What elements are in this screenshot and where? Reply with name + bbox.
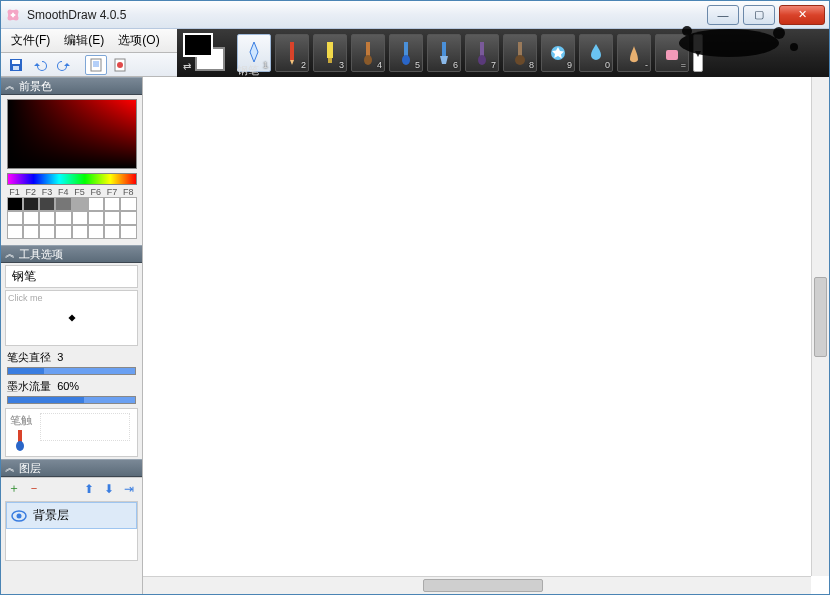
svg-rect-8	[13, 66, 19, 70]
svg-rect-31	[18, 430, 22, 442]
swatch[interactable]	[88, 197, 104, 211]
menu-file[interactable]: 文件(F)	[5, 30, 56, 51]
side-panel: ︽前景色 F1F2F3F4F5F6F7F8	[1, 77, 143, 594]
swatch[interactable]	[120, 211, 136, 225]
swatch[interactable]	[104, 197, 120, 211]
redo-button[interactable]	[53, 55, 75, 75]
menu-edit[interactable]: 编辑(E)	[58, 30, 110, 51]
maximize-button[interactable]: ▢	[743, 5, 775, 25]
layer-merge-button[interactable]: ⇥	[120, 480, 138, 498]
ink-flow-slider[interactable]	[7, 396, 136, 404]
ink-flow-row: 墨水流量 60%	[1, 377, 142, 406]
layer-delete-button[interactable]: －	[25, 480, 43, 498]
swatch[interactable]	[72, 225, 88, 239]
tool-brush-4[interactable]: 7	[465, 34, 499, 72]
eye-icon[interactable]	[11, 510, 27, 522]
tool-brush-1[interactable]: 4	[351, 34, 385, 72]
swatch[interactable]	[120, 225, 136, 239]
swatch[interactable]	[7, 225, 23, 239]
svg-point-11	[117, 62, 123, 68]
tip-diameter-value: 3	[57, 351, 63, 363]
layer-down-button[interactable]: ⬇	[100, 480, 118, 498]
swatch[interactable]	[104, 211, 120, 225]
swatch[interactable]	[55, 197, 71, 211]
swatch[interactable]	[7, 211, 23, 225]
doc-b-button[interactable]	[109, 55, 131, 75]
scroll-thumb[interactable]	[814, 277, 827, 357]
hue-slider[interactable]	[7, 173, 137, 185]
close-button[interactable]: ✕	[779, 5, 825, 25]
svg-rect-26	[666, 50, 678, 60]
svg-rect-23	[518, 42, 522, 56]
undo-button[interactable]	[29, 55, 51, 75]
tool-strip-more[interactable]: ▾	[693, 34, 703, 72]
svg-point-4	[8, 15, 13, 20]
swatch[interactable]	[23, 225, 39, 239]
swap-colors-icon[interactable]: ⇄	[183, 61, 195, 73]
swatch[interactable]	[55, 211, 71, 225]
save-button[interactable]	[5, 55, 27, 75]
swatch[interactable]	[72, 211, 88, 225]
svg-point-17	[364, 55, 372, 65]
swatch[interactable]	[39, 197, 55, 211]
swatch-fkey-labels: F1F2F3F4F5F6F7F8	[7, 187, 137, 197]
foreground-color-chip[interactable]	[183, 33, 213, 57]
layer-add-button[interactable]: ＋	[5, 480, 23, 498]
svg-marker-13	[290, 60, 294, 65]
tool-water[interactable]: 0	[579, 34, 613, 72]
tool-smudge[interactable]: -	[617, 34, 651, 72]
panel-foreground-header[interactable]: ︽前景色	[1, 77, 142, 95]
svg-point-22	[478, 55, 486, 65]
swatch[interactable]	[39, 211, 55, 225]
swatch[interactable]	[23, 197, 39, 211]
swatch[interactable]	[104, 225, 120, 239]
tool-brush-3[interactable]: 6	[427, 34, 461, 72]
layer-item[interactable]: 背景层	[6, 502, 137, 529]
svg-rect-18	[404, 42, 408, 56]
layer-up-button[interactable]: ⬆	[80, 480, 98, 498]
tool-pencil[interactable]: 2	[275, 34, 309, 72]
menu-options[interactable]: 选项(O)	[112, 30, 165, 51]
brush-preview: 笔触	[5, 408, 138, 457]
tool-brush-5[interactable]: 8	[503, 34, 537, 72]
swatch-row-3	[7, 225, 137, 239]
vertical-scrollbar[interactable]	[811, 77, 829, 576]
drawing-canvas[interactable]	[143, 77, 829, 594]
tool-star[interactable]: 9	[541, 34, 575, 72]
swatch[interactable]	[23, 211, 39, 225]
window-title: SmoothDraw 4.0.5	[27, 8, 707, 22]
curve-handle[interactable]	[68, 314, 75, 321]
color-field[interactable]	[7, 99, 137, 169]
panel-tool-options-header[interactable]: ︽工具选项	[1, 245, 142, 263]
title-bar[interactable]: SmoothDraw 4.0.5 — ▢ ✕	[1, 1, 829, 29]
layer-toolbar: ＋ － ⬆ ⬇ ⇥	[1, 477, 142, 499]
brush-icon[interactable]	[10, 428, 30, 452]
tool-brush-2[interactable]: 5	[389, 34, 423, 72]
swatch[interactable]	[7, 197, 23, 211]
tip-diameter-row: 笔尖直径 3	[1, 348, 142, 377]
panel-layers-header[interactable]: ︽图层	[1, 459, 142, 477]
svg-point-3	[14, 9, 19, 14]
tool-marker[interactable]: 3	[313, 34, 347, 72]
swatch[interactable]	[88, 211, 104, 225]
svg-point-28	[773, 27, 785, 39]
app-window: SmoothDraw 4.0.5 — ▢ ✕ 文件(F) 编辑(E) 选项(O)	[0, 0, 830, 595]
swatch[interactable]	[55, 225, 71, 239]
svg-point-24	[515, 55, 525, 65]
panel-tool-options: 钢笔 Click me 笔尖直径 3 墨水流量 60% 笔触	[1, 263, 142, 459]
svg-rect-15	[328, 58, 332, 63]
swatch[interactable]	[120, 197, 136, 211]
doc-a-button[interactable]	[85, 55, 107, 75]
tip-diameter-slider[interactable]	[7, 367, 136, 375]
pressure-curve[interactable]: Click me	[5, 290, 138, 346]
swatch[interactable]	[88, 225, 104, 239]
tool-eraser[interactable]: =	[655, 34, 689, 72]
swatch[interactable]	[39, 225, 55, 239]
horizontal-scrollbar[interactable]	[143, 576, 811, 594]
ink-splash-decoration	[669, 23, 809, 63]
swatch[interactable]	[72, 197, 88, 211]
minimize-button[interactable]: —	[707, 5, 739, 25]
scroll-thumb[interactable]	[423, 579, 543, 592]
svg-point-19	[402, 55, 410, 65]
color-swatch[interactable]: ⇄	[183, 33, 227, 73]
